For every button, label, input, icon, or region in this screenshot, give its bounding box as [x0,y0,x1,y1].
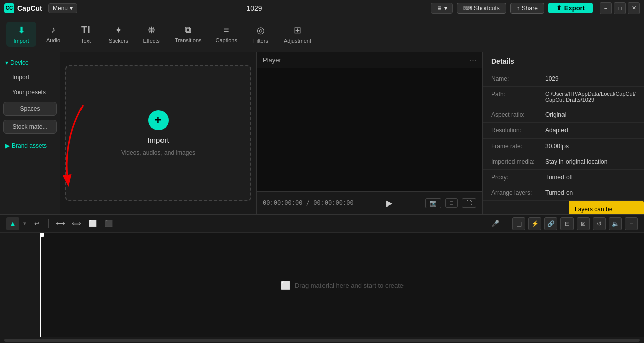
stickers-label: Stickers [109,38,128,44]
share-button[interactable]: ↑ Share [510,3,544,14]
drop-icon: ⬜ [281,280,291,290]
close-button[interactable]: ✕ [628,2,640,14]
panel-import-item[interactable]: Import [2,70,58,84]
delete-tool[interactable]: ⬛ [102,217,115,230]
detail-key-arrange: Arrange layers: [491,189,541,196]
toolbar-text[interactable]: TI Text [70,21,101,47]
timeline-zoom-btn[interactable]: − [625,217,638,230]
detail-key-name: Name: [491,75,541,82]
toolbar-import[interactable]: ⬇ Import [6,22,36,47]
timeline-link-btn[interactable]: 🔗 [544,217,557,230]
detail-value-proxy: Turned off [545,174,636,181]
toolbar-adjustment[interactable]: ⊞ Adjustment [278,22,317,47]
detail-key-imported-media: Imported media: [491,158,541,165]
timeline-track-area: ⬜ Drag material here and start to create [0,233,644,337]
detail-row-path: Path: C:/Users/HP/AppData/Local/CapCut/C… [483,87,644,107]
timeline-snap-btn[interactable]: ◫ [512,217,525,230]
detail-value-imported-media: Stay in original location [545,158,636,165]
detail-row-imported-media: Imported media: Stay in original locatio… [483,154,644,170]
menu-button[interactable]: Menu ▾ [48,3,77,13]
timeline: ⬜ Drag material here and start to create [0,232,644,343]
detail-row-aspect: Aspect ratio: Original [483,107,644,123]
detail-row-framerate: Frame rate: 30.00fps [483,139,644,154]
timeline-vol-btn[interactable]: 🔈 [609,217,622,230]
player-canvas [257,68,482,191]
player-menu-icon[interactable]: ⋯ [470,56,476,64]
audio-icon: ♪ [51,25,56,35]
filters-icon: ◎ [257,25,265,36]
timeline-toolbar: ▲ ▾ ↩ ⟷ ⟺ ⬜ ⬛ 🎤 ◫ ⚡ 🔗 ⊟ ⊠ ↺ 🔈 − [0,214,644,232]
toolbar-stickers[interactable]: ✦ Stickers [103,22,134,47]
shortcuts-button[interactable]: ⌨ Shortcuts [457,3,506,14]
undo-tool[interactable]: ↩ [30,217,43,230]
transitions-label: Transitions [175,37,201,43]
screenshot-button[interactable]: 📷 [425,198,441,208]
mic-tool[interactable]: 🎤 [489,217,502,230]
panel-stock-button[interactable]: Stock mate... [3,120,57,134]
export-button[interactable]: ⬆ Export [548,3,593,13]
detail-row-name: Name: 1029 [483,71,644,87]
player-header: Player ⋯ [257,52,482,68]
toolbar: ⬇ Import ♪ Audio TI Text ✦ Stickers ❋ Ef… [0,16,644,52]
toolbar-captions[interactable]: ≡ Captions [210,22,244,46]
brand-section-header[interactable]: ▶ Brand assets [0,139,60,152]
details-panel: Details Name: 1029 Path: C:/Users/HP/App… [483,52,644,214]
split-mid-tool[interactable]: ⬜ [86,217,99,230]
toolbar-divider-1 [48,219,49,228]
detail-key-proxy: Proxy: [491,174,541,181]
detail-key-path: Path: [491,91,541,103]
scroll-track[interactable] [4,339,640,342]
player-title: Player [263,56,281,64]
split-v-tool[interactable]: ⟷ [54,217,67,230]
drop-text: Drag material here and start to create [295,281,404,289]
adjustment-icon: ⊞ [294,25,301,36]
detail-key-resolution: Resolution: [491,127,541,134]
detail-key-aspect: Aspect ratio: [491,111,541,118]
detail-row-resolution: Resolution: Adapted [483,123,644,139]
monitor-button[interactable]: 🖥 ▾ [431,3,453,14]
fullscreen-button[interactable]: ⛶ [462,198,476,208]
import-dropzone[interactable]: + Import Videos, audios, and images [65,65,251,201]
split-h-tool[interactable]: ⟺ [70,217,83,230]
player-controls: 00:00:00:00 / 00:00:00:00 ▶ 📷 □ ⛶ [257,191,482,214]
brand-assets-label: Brand assets [12,142,47,149]
effects-icon: ❋ [148,25,155,36]
timeline-tracks[interactable]: ⬜ Drag material here and start to create [40,233,644,337]
timeline-align-btn[interactable]: ⊟ [560,217,574,230]
adjustment-label: Adjustment [284,38,311,44]
capcut-logo-icon: CC [4,3,14,13]
detail-value-framerate: 30.00fps [545,143,636,150]
timeline-right-tools: ◫ ⚡ 🔗 ⊟ ⊠ ↺ 🔈 − [512,217,638,230]
detail-row-arrange: Arrange layers: Turned on [483,185,644,201]
stickers-icon: ✦ [115,25,122,36]
logo-area: CC CapCut [4,3,44,13]
timeline-multi-btn[interactable]: ⊠ [577,217,590,230]
restore-button[interactable]: □ [614,2,626,14]
minimize-button[interactable]: − [600,2,612,14]
panel-presets-item[interactable]: Your presets [2,85,58,99]
details-title: Details [483,52,644,71]
panel-spaces-button[interactable]: Spaces [3,102,57,116]
player-panel: Player ⋯ 00:00:00:00 / 00:00:00:00 ▶ 📷 □… [257,52,483,214]
play-button[interactable]: ▶ [382,196,396,210]
device-section-header[interactable]: ▾ Device [0,56,60,70]
tooltip-text: Layers can be reordered in every new [575,205,636,214]
player-right-controls: 📷 □ ⛶ [425,198,476,208]
text-icon: TI [81,24,90,36]
aspect-ratio-button[interactable]: □ [445,198,458,208]
toolbar-audio[interactable]: ♪ Audio [38,22,68,46]
toolbar-filters[interactable]: ◎ Filters [246,22,276,47]
detail-value-aspect: Original [545,111,636,118]
toolbar-transitions[interactable]: ⧉ Transitions [169,22,207,46]
playhead-head [40,233,44,237]
toolbar-effects[interactable]: ❋ Effects [136,22,167,47]
timeline-dropzone: ⬜ Drag material here and start to create [281,280,404,290]
media-area: + Import Videos, audios, and images [60,52,257,214]
cursor-tool[interactable]: ▲ [6,217,19,230]
timeline-auto-btn[interactable]: ⚡ [528,217,541,230]
timeline-undo2-btn[interactable]: ↺ [593,217,606,230]
detail-key-framerate: Frame rate: [491,143,541,150]
window-controls: − □ ✕ [600,2,640,14]
detail-value-arrange: Turned on [545,189,636,196]
device-label: Device [10,59,29,66]
